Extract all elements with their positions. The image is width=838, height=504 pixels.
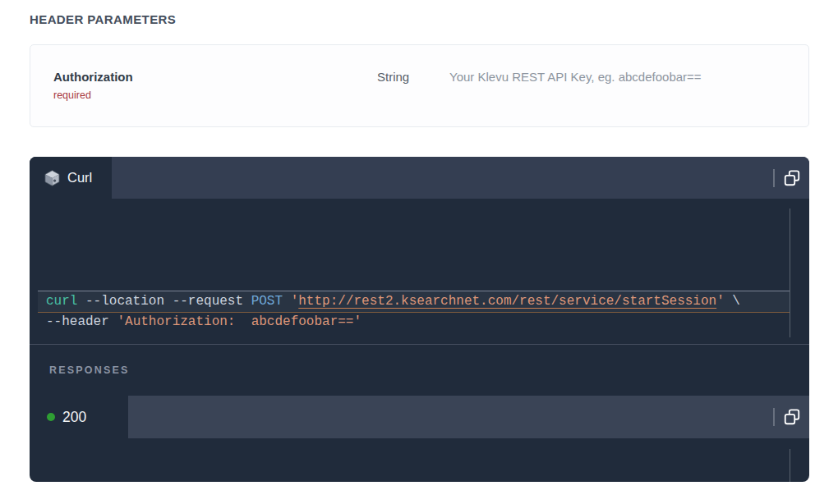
- required-badge: required: [53, 89, 377, 101]
- parameter-type: String: [377, 70, 449, 84]
- response-status-row: 200: [30, 396, 809, 438]
- copy-icon: [783, 408, 801, 426]
- curl-code-block: curl --location --request POST 'http://r…: [30, 199, 809, 344]
- tabbar-spacer: [112, 157, 773, 199]
- status-left: 200: [30, 409, 128, 426]
- status-dot: [47, 413, 55, 421]
- code-sample-panel: Curl curl --location --request POST 'h: [30, 157, 809, 482]
- xml-response-block: <?xml version="1.0" encoding="UTF-8" ?><…: [30, 438, 809, 482]
- cube-icon: [44, 170, 60, 186]
- request-copy-area: [773, 157, 809, 199]
- parameter-row: Authorization required String Your Klevu…: [30, 44, 809, 127]
- tab-curl[interactable]: Curl: [30, 157, 112, 199]
- code-scroll-indicator: [790, 449, 790, 482]
- status-code-label: 200: [62, 409, 86, 426]
- parameter-description: Your Klevu REST API Key, eg. abcdefoobar…: [449, 70, 792, 84]
- copy-icon: [783, 169, 801, 187]
- status-bar[interactable]: [128, 396, 809, 438]
- code-line: curl --location --request POST 'http://r…: [38, 291, 790, 312]
- tab-curl-label: Curl: [67, 170, 92, 186]
- copy-divider: [773, 169, 775, 187]
- page-content: HEADER PARAMETERS Authorization required…: [0, 0, 838, 482]
- parameter-name-column: Authorization required: [53, 70, 377, 101]
- copy-divider: [773, 408, 775, 426]
- code-line: --header 'Authorization: abcdefoobar==': [46, 312, 790, 332]
- responses-label: RESPONSES: [30, 345, 809, 376]
- header-parameters-title: HEADER PARAMETERS: [30, 12, 809, 26]
- sample-tabbar: Curl: [30, 157, 809, 199]
- copy-request-button[interactable]: [783, 169, 801, 187]
- code-scroll-indicator: [790, 208, 790, 337]
- copy-response-button[interactable]: [783, 408, 801, 426]
- parameter-name: Authorization: [53, 70, 377, 84]
